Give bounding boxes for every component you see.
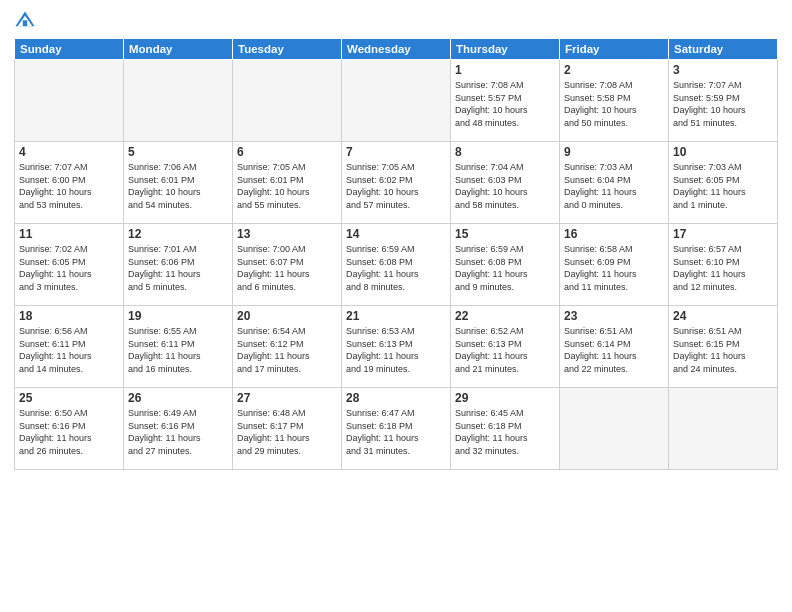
day-number: 5 [128,145,228,159]
calendar-cell: 22Sunrise: 6:52 AM Sunset: 6:13 PM Dayli… [451,306,560,388]
calendar-cell: 1Sunrise: 7:08 AM Sunset: 5:57 PM Daylig… [451,60,560,142]
calendar-header-row: SundayMondayTuesdayWednesdayThursdayFrid… [15,39,778,60]
calendar-cell [342,60,451,142]
cell-info: Sunrise: 7:03 AM Sunset: 6:04 PM Dayligh… [564,161,664,211]
calendar-cell: 16Sunrise: 6:58 AM Sunset: 6:09 PM Dayli… [560,224,669,306]
day-header-thursday: Thursday [451,39,560,60]
day-number: 24 [673,309,773,323]
day-number: 8 [455,145,555,159]
day-number: 22 [455,309,555,323]
calendar-cell: 27Sunrise: 6:48 AM Sunset: 6:17 PM Dayli… [233,388,342,470]
cell-info: Sunrise: 7:03 AM Sunset: 6:05 PM Dayligh… [673,161,773,211]
day-header-tuesday: Tuesday [233,39,342,60]
cell-info: Sunrise: 6:56 AM Sunset: 6:11 PM Dayligh… [19,325,119,375]
calendar-cell: 21Sunrise: 6:53 AM Sunset: 6:13 PM Dayli… [342,306,451,388]
day-number: 4 [19,145,119,159]
day-number: 15 [455,227,555,241]
calendar-cell [560,388,669,470]
calendar-cell: 6Sunrise: 7:05 AM Sunset: 6:01 PM Daylig… [233,142,342,224]
calendar-cell: 10Sunrise: 7:03 AM Sunset: 6:05 PM Dayli… [669,142,778,224]
header [14,10,778,32]
day-number: 6 [237,145,337,159]
cell-info: Sunrise: 7:00 AM Sunset: 6:07 PM Dayligh… [237,243,337,293]
day-number: 3 [673,63,773,77]
page: SundayMondayTuesdayWednesdayThursdayFrid… [0,0,792,612]
calendar-row: 4Sunrise: 7:07 AM Sunset: 6:00 PM Daylig… [15,142,778,224]
cell-info: Sunrise: 6:51 AM Sunset: 6:15 PM Dayligh… [673,325,773,375]
logo-icon [14,10,36,32]
day-number: 16 [564,227,664,241]
cell-info: Sunrise: 6:53 AM Sunset: 6:13 PM Dayligh… [346,325,446,375]
cell-info: Sunrise: 6:55 AM Sunset: 6:11 PM Dayligh… [128,325,228,375]
calendar-cell: 26Sunrise: 6:49 AM Sunset: 6:16 PM Dayli… [124,388,233,470]
calendar-row: 11Sunrise: 7:02 AM Sunset: 6:05 PM Dayli… [15,224,778,306]
cell-info: Sunrise: 6:49 AM Sunset: 6:16 PM Dayligh… [128,407,228,457]
cell-info: Sunrise: 7:08 AM Sunset: 5:58 PM Dayligh… [564,79,664,129]
day-header-sunday: Sunday [15,39,124,60]
calendar-cell: 23Sunrise: 6:51 AM Sunset: 6:14 PM Dayli… [560,306,669,388]
calendar-cell: 8Sunrise: 7:04 AM Sunset: 6:03 PM Daylig… [451,142,560,224]
calendar: SundayMondayTuesdayWednesdayThursdayFrid… [14,38,778,470]
day-number: 29 [455,391,555,405]
calendar-cell [233,60,342,142]
calendar-cell: 28Sunrise: 6:47 AM Sunset: 6:18 PM Dayli… [342,388,451,470]
calendar-cell: 11Sunrise: 7:02 AM Sunset: 6:05 PM Dayli… [15,224,124,306]
day-number: 14 [346,227,446,241]
day-number: 12 [128,227,228,241]
cell-info: Sunrise: 7:08 AM Sunset: 5:57 PM Dayligh… [455,79,555,129]
cell-info: Sunrise: 7:07 AM Sunset: 5:59 PM Dayligh… [673,79,773,129]
cell-info: Sunrise: 7:04 AM Sunset: 6:03 PM Dayligh… [455,161,555,211]
cell-info: Sunrise: 6:47 AM Sunset: 6:18 PM Dayligh… [346,407,446,457]
day-header-monday: Monday [124,39,233,60]
cell-info: Sunrise: 7:05 AM Sunset: 6:01 PM Dayligh… [237,161,337,211]
day-number: 9 [564,145,664,159]
cell-info: Sunrise: 7:01 AM Sunset: 6:06 PM Dayligh… [128,243,228,293]
calendar-row: 1Sunrise: 7:08 AM Sunset: 5:57 PM Daylig… [15,60,778,142]
cell-info: Sunrise: 6:59 AM Sunset: 6:08 PM Dayligh… [346,243,446,293]
cell-info: Sunrise: 6:58 AM Sunset: 6:09 PM Dayligh… [564,243,664,293]
calendar-cell [124,60,233,142]
day-number: 27 [237,391,337,405]
cell-info: Sunrise: 6:45 AM Sunset: 6:18 PM Dayligh… [455,407,555,457]
calendar-cell: 9Sunrise: 7:03 AM Sunset: 6:04 PM Daylig… [560,142,669,224]
calendar-cell: 3Sunrise: 7:07 AM Sunset: 5:59 PM Daylig… [669,60,778,142]
cell-info: Sunrise: 6:51 AM Sunset: 6:14 PM Dayligh… [564,325,664,375]
cell-info: Sunrise: 7:05 AM Sunset: 6:02 PM Dayligh… [346,161,446,211]
calendar-cell: 19Sunrise: 6:55 AM Sunset: 6:11 PM Dayli… [124,306,233,388]
cell-info: Sunrise: 7:02 AM Sunset: 6:05 PM Dayligh… [19,243,119,293]
cell-info: Sunrise: 7:06 AM Sunset: 6:01 PM Dayligh… [128,161,228,211]
calendar-cell: 2Sunrise: 7:08 AM Sunset: 5:58 PM Daylig… [560,60,669,142]
cell-info: Sunrise: 6:52 AM Sunset: 6:13 PM Dayligh… [455,325,555,375]
cell-info: Sunrise: 6:59 AM Sunset: 6:08 PM Dayligh… [455,243,555,293]
calendar-cell [15,60,124,142]
calendar-cell: 29Sunrise: 6:45 AM Sunset: 6:18 PM Dayli… [451,388,560,470]
cell-info: Sunrise: 6:50 AM Sunset: 6:16 PM Dayligh… [19,407,119,457]
day-number: 18 [19,309,119,323]
day-number: 1 [455,63,555,77]
calendar-cell: 14Sunrise: 6:59 AM Sunset: 6:08 PM Dayli… [342,224,451,306]
day-number: 21 [346,309,446,323]
day-number: 2 [564,63,664,77]
day-header-friday: Friday [560,39,669,60]
calendar-cell [669,388,778,470]
calendar-cell: 24Sunrise: 6:51 AM Sunset: 6:15 PM Dayli… [669,306,778,388]
day-number: 17 [673,227,773,241]
calendar-row: 25Sunrise: 6:50 AM Sunset: 6:16 PM Dayli… [15,388,778,470]
day-number: 26 [128,391,228,405]
calendar-cell: 5Sunrise: 7:06 AM Sunset: 6:01 PM Daylig… [124,142,233,224]
calendar-cell: 15Sunrise: 6:59 AM Sunset: 6:08 PM Dayli… [451,224,560,306]
day-number: 11 [19,227,119,241]
day-header-saturday: Saturday [669,39,778,60]
day-header-wednesday: Wednesday [342,39,451,60]
day-number: 7 [346,145,446,159]
calendar-cell: 17Sunrise: 6:57 AM Sunset: 6:10 PM Dayli… [669,224,778,306]
cell-info: Sunrise: 6:54 AM Sunset: 6:12 PM Dayligh… [237,325,337,375]
calendar-cell: 25Sunrise: 6:50 AM Sunset: 6:16 PM Dayli… [15,388,124,470]
day-number: 13 [237,227,337,241]
calendar-cell: 18Sunrise: 6:56 AM Sunset: 6:11 PM Dayli… [15,306,124,388]
day-number: 10 [673,145,773,159]
calendar-row: 18Sunrise: 6:56 AM Sunset: 6:11 PM Dayli… [15,306,778,388]
cell-info: Sunrise: 6:57 AM Sunset: 6:10 PM Dayligh… [673,243,773,293]
cell-info: Sunrise: 6:48 AM Sunset: 6:17 PM Dayligh… [237,407,337,457]
day-number: 28 [346,391,446,405]
